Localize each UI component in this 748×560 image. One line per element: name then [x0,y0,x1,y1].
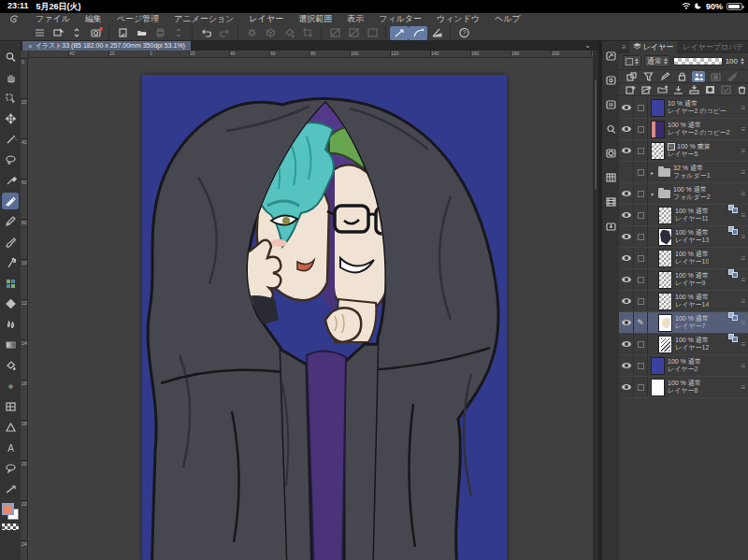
opacity-slider[interactable] [673,57,723,65]
navigator-panel-button[interactable] [604,122,618,136]
layer-visibility-toggle[interactable] [619,205,634,225]
new-folder-button[interactable] [656,84,669,95]
layer-checkbox[interactable] [634,205,648,225]
transparent-color-swatch[interactable] [2,524,19,530]
eraser-tool[interactable] [2,295,19,312]
lock-transparent-pixels-icon[interactable] [641,71,654,82]
pencil-tool[interactable] [2,213,19,230]
draft-layer-icon[interactable] [658,71,671,82]
menu-item-7[interactable]: フィルター [371,13,429,25]
layer-visibility-toggle[interactable] [619,162,634,182]
layer-visibility-toggle[interactable] [619,248,634,268]
menu-item-2[interactable]: ページ管理 [109,13,166,25]
row-drag-handle[interactable]: ≡ [739,269,748,290]
row-drag-handle[interactable]: ≡ [739,162,748,182]
layer-row[interactable]: 100 % 通常レイヤー2 のコピー2≡ [619,119,748,140]
layer-row[interactable]: 10 % 通常レイヤー2 のコピー≡ [619,97,748,119]
workspace-button[interactable] [49,26,67,40]
ruler-tool[interactable] [2,481,19,497]
move-layer-tool[interactable] [2,110,19,127]
snap-special-ruler-button[interactable] [409,26,427,40]
layer-checkbox[interactable] [634,377,648,397]
sub-tool-panel-button[interactable] [604,73,618,87]
layer-row[interactable]: 100 % 通常レイヤー8≡ [619,377,748,398]
menu-item-3[interactable]: アニメーション [166,13,241,25]
row-drag-handle[interactable]: ≡ [739,312,748,333]
color-swatches[interactable] [2,503,19,520]
layer-visibility-toggle[interactable] [619,377,634,397]
layer-checkbox[interactable] [634,355,648,376]
layer-visibility-toggle[interactable] [619,355,634,376]
enable-mask-icon[interactable] [709,71,722,82]
layer-checkbox[interactable] [634,183,648,204]
gradient-tool[interactable] [2,337,19,353]
layer-property-panel-button[interactable] [604,146,618,160]
layer-row[interactable]: 100 % 通常レイヤー2≡ [619,355,748,377]
document-tab[interactable]: × イラスト33 (B5 182.00 x 257.00mm 350dpi 53… [22,41,191,50]
tool-property-panel-button[interactable] [604,97,618,111]
row-drag-handle[interactable]: ≡ [739,248,748,268]
artwork-canvas[interactable] [142,75,507,560]
new-canvas-button[interactable] [113,26,132,40]
snap-grid-button[interactable] [427,26,446,40]
create-mask-button[interactable] [704,84,716,95]
brush-tool[interactable] [2,234,19,251]
transfer-down-button[interactable] [672,84,684,95]
operation-tool[interactable] [2,90,19,107]
row-drag-handle[interactable]: ≡ [739,334,748,354]
decoration-tool[interactable] [2,275,19,292]
row-drag-handle[interactable]: ≡ [739,97,748,118]
layer-row[interactable]: 100 % 通常レイヤー14≡ [619,291,748,312]
balloon-tool[interactable] [2,460,19,477]
hand-tool[interactable] [2,69,19,86]
layer-visibility-toggle[interactable] [619,226,634,247]
pasteboard[interactable] [28,58,598,560]
layer-checkbox[interactable] [634,119,648,139]
help-button[interactable]: ? [454,26,473,40]
menu-item-4[interactable]: レイヤー [242,13,292,25]
frame-border-tool[interactable] [2,398,19,415]
selection-tool[interactable] [2,151,19,168]
layer-visibility-toggle[interactable] [619,183,634,204]
layer-visibility-toggle[interactable] [619,312,634,333]
clip-to-layer-below-icon[interactable] [625,71,638,82]
layer-checkbox[interactable] [634,334,648,354]
menu-item-0[interactable]: ファイル [28,13,78,25]
menu-item-5[interactable]: 選択範囲 [291,13,339,25]
apply-mask-button[interactable] [720,84,732,95]
layer-visibility-toggle[interactable] [619,97,634,118]
expander-icon[interactable]: ▸ [651,169,655,176]
new-raster-layer-button[interactable] [625,84,637,95]
auto-select-tool[interactable] [2,131,19,148]
delete-layer-button[interactable] [736,84,748,95]
layer-checkbox[interactable] [634,248,648,268]
material-tool[interactable]: ※ [2,378,19,395]
row-drag-handle[interactable]: ≡ [739,140,748,161]
blend-mode-select[interactable]: 通常 [644,55,670,67]
lock-mask-icon[interactable] [726,71,739,82]
row-drag-handle[interactable]: ≡ [739,355,748,376]
row-drag-handle[interactable]: ≡ [739,291,748,311]
layer-visibility-toggle[interactable] [619,140,634,161]
palette-color-select[interactable] [623,55,641,67]
layer-row[interactable]: 100 % 通常レイヤー9≡ [619,269,748,291]
layer-visibility-toggle[interactable] [619,119,634,139]
layer-row[interactable]: 100 % 乗算レイヤー5≡ [619,140,748,162]
panel-menu-icon[interactable]: ≡ [619,43,629,51]
layer-row[interactable]: 100 % 通常レイヤー13≡ [619,226,748,248]
tab-layers[interactable]: レイヤー [629,41,678,53]
opacity-stepper[interactable] [741,58,744,65]
expander-icon[interactable]: ▾ [651,191,655,197]
quick-access-panel-button[interactable] [604,49,618,63]
information-panel-button[interactable] [604,219,618,233]
eyedropper-tool[interactable] [2,172,19,189]
layer-visibility-toggle[interactable] [619,291,634,311]
menu-item-6[interactable]: 表示 [339,13,371,25]
animation-cels-panel-button[interactable] [604,170,618,184]
layer-checkbox[interactable] [634,269,648,290]
new-vector-layer-button[interactable] [640,84,653,95]
menu-item-8[interactable]: ウィンドウ [429,13,487,25]
tab-layer-property[interactable]: レイヤープロパティ [677,41,744,53]
layer-checkbox[interactable] [634,97,648,118]
layer-row[interactable]: ▸32 % 通常フォルダー1≡ [619,162,748,183]
